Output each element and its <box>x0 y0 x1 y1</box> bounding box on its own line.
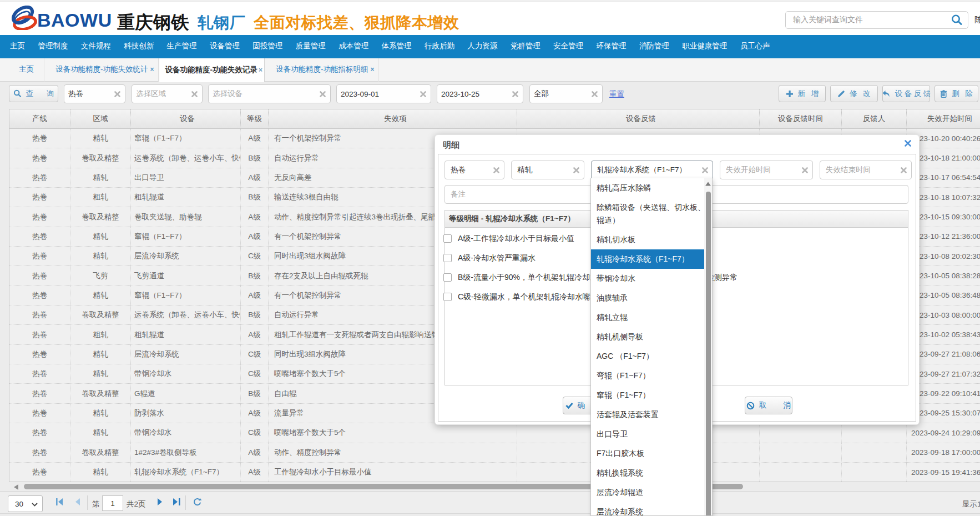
filter-input-4[interactable]: 2023-09-01 <box>336 84 431 103</box>
query-button[interactable]: 查 询 <box>9 85 58 102</box>
dropdown-item-8[interactable]: 精轧机侧导板 <box>591 327 712 347</box>
grade-checkbox-row-1[interactable]: A级-工作辊冷却水小于目标最小值 <box>443 229 574 248</box>
column-header-1[interactable]: 产线 <box>9 109 70 128</box>
tab-close-icon[interactable]: × <box>259 66 262 74</box>
nav-item-1[interactable]: 主页 <box>10 41 25 51</box>
refresh-icon[interactable] <box>193 497 202 507</box>
search-icon[interactable] <box>951 14 963 26</box>
clear-icon[interactable] <box>191 91 198 97</box>
nav-item-2[interactable]: 管理制度 <box>38 41 68 51</box>
dropdown-scrollbar[interactable] <box>704 178 712 515</box>
clear-icon[interactable] <box>802 167 808 173</box>
page-number-input[interactable]: 1 <box>102 495 123 511</box>
modify-button[interactable]: 修 改 <box>830 85 878 102</box>
filter-input-1[interactable]: 热卷 <box>64 84 125 103</box>
table-row-16[interactable]: 热卷精轧带钢冷却水C级喷嘴堵塞个数大于5个2023-09-24 10:29:09 <box>9 423 980 443</box>
tab-close-icon[interactable]: × <box>371 66 375 73</box>
clear-icon[interactable] <box>493 167 499 173</box>
nav-item-4[interactable]: 科技创新 <box>124 41 154 51</box>
grade-checkbox-row-2[interactable]: A级-冷却水管严重漏水 <box>443 248 536 268</box>
dropdown-item-12[interactable]: 活套辊及活套装置 <box>591 405 712 424</box>
column-header-5[interactable]: 失效项 <box>269 109 517 128</box>
nav-item-7[interactable]: 固投管理 <box>252 41 282 51</box>
delete-button[interactable]: 删 除 <box>934 85 978 102</box>
dropdown-item-16[interactable]: 层流冷却辊道 <box>591 483 712 502</box>
dropdown-item-10[interactable]: 弯辊（F1~F7） <box>591 366 712 385</box>
nav-item-15[interactable]: 环保管理 <box>596 41 626 51</box>
filter-input-5[interactable]: 2023-10-25 <box>437 84 523 103</box>
filter-input-3[interactable]: 选择设备 <box>208 84 331 103</box>
clear-icon[interactable] <box>114 91 120 97</box>
dropdown-item-15[interactable]: 精轧换辊系统 <box>591 463 712 483</box>
dropdown-scrollbar-thumb[interactable] <box>706 192 711 516</box>
column-header-8[interactable]: 反馈人 <box>842 109 907 128</box>
nav-item-17[interactable]: 职业健康管理 <box>682 41 727 51</box>
nav-item-18[interactable]: 员工心声 <box>740 41 770 51</box>
checkbox[interactable] <box>443 293 452 301</box>
scroll-left-arrow-icon[interactable] <box>14 484 19 490</box>
dropdown-item-7[interactable]: 精轧立辊 <box>591 308 712 327</box>
file-search-box[interactable]: 输入关键词查询文件 <box>785 11 968 29</box>
clear-icon[interactable] <box>512 91 518 97</box>
dropdown-item-2[interactable]: 除鳞箱设备（夹送辊、切水板、辊道） <box>591 198 712 230</box>
checkbox[interactable] <box>443 273 452 282</box>
horizontal-scrollbar[interactable] <box>9 482 980 491</box>
dropdown-item-9[interactable]: AGC （F1~F7） <box>591 347 712 366</box>
tab-3[interactable]: 设备功能精度-功能失效记录× <box>159 57 265 82</box>
nav-item-10[interactable]: 体系管理 <box>382 41 412 51</box>
dropdown-item-4[interactable]: 轧辊冷却水系统（F1~F7） <box>591 249 712 269</box>
column-header-9[interactable]: 失效开始时间 <box>907 109 980 128</box>
column-header-7[interactable]: 设备反馈时间 <box>760 109 842 128</box>
column-header-6[interactable]: 设备反馈 <box>517 109 760 128</box>
nav-item-5[interactable]: 生产管理 <box>167 41 197 51</box>
dialog-filter-input-3[interactable]: 轧辊冷却水系统（F1~F7） <box>591 161 713 179</box>
filter-input-2[interactable]: 选择区域 <box>132 84 203 103</box>
page-size-select[interactable]: 30 <box>8 495 43 512</box>
dropdown-item-17[interactable]: 层流冷却系统 <box>591 502 712 516</box>
dropdown-item-11[interactable]: 窜辊（F1~F7） <box>591 385 712 405</box>
clear-icon[interactable] <box>320 91 326 97</box>
clear-icon[interactable] <box>592 91 598 97</box>
dropdown-item-14[interactable]: F7出口胶木板 <box>591 444 712 463</box>
nav-item-9[interactable]: 成本管理 <box>339 41 368 51</box>
nav-item-11[interactable]: 行政后勤 <box>425 41 454 51</box>
filter-input-6[interactable]: 全部 <box>529 84 603 103</box>
dialog-filter-input-2[interactable]: 精轧 <box>511 161 584 179</box>
user-name[interactable]: 陈 <box>974 15 980 25</box>
dialog-filter-input-4[interactable]: 失效开始时间 <box>720 161 813 179</box>
nav-item-3[interactable]: 文件规程 <box>81 41 111 51</box>
dropdown-item-6[interactable]: 油膜轴承 <box>591 288 712 308</box>
first-page-icon[interactable] <box>55 498 64 506</box>
next-page-icon[interactable] <box>156 498 163 506</box>
nav-item-8[interactable]: 质量管理 <box>296 41 326 51</box>
table-row-18[interactable]: 热卷精轧轧辊冷却水系统（F1~F7）A级工作辊冷却水小于目标最小值2023-09… <box>9 463 980 482</box>
tab-close-icon[interactable]: × <box>150 66 154 73</box>
close-icon[interactable] <box>905 140 911 147</box>
nav-item-13[interactable]: 党群管理 <box>511 41 540 51</box>
equipment-feedback-button[interactable]: 设备反馈 <box>882 85 930 102</box>
add-button[interactable]: 新 增 <box>779 85 826 102</box>
nav-item-12[interactable]: 人力资源 <box>467 41 497 51</box>
nav-item-6[interactable]: 设备管理 <box>210 41 240 51</box>
checkbox[interactable] <box>443 254 452 262</box>
column-header-4[interactable]: 等级 <box>241 109 269 128</box>
table-row-17[interactable]: 热卷卷取及精整1#2#3#卷取侧导板A级动作、精度控制异常2023-09-18 … <box>9 443 980 463</box>
tab-1[interactable]: 主页 <box>9 57 44 82</box>
nav-item-14[interactable]: 安全管理 <box>553 41 583 51</box>
reset-link[interactable]: 重置 <box>609 89 624 99</box>
tab-4[interactable]: 设备功能精度-功能指标明细× <box>265 57 379 82</box>
nav-item-16[interactable]: 消防管理 <box>639 41 669 51</box>
last-page-icon[interactable] <box>172 498 181 506</box>
clear-icon[interactable] <box>573 167 579 173</box>
tab-2[interactable]: 设备功能精度-功能失效统计× <box>44 57 159 82</box>
prev-page-icon[interactable] <box>74 498 82 506</box>
clear-icon[interactable] <box>420 91 426 97</box>
dropdown-item-13[interactable]: 出口导卫 <box>591 424 712 444</box>
up-arrow-icon[interactable] <box>705 182 711 186</box>
dialog-filter-input-5[interactable]: 失效结束时间 <box>820 161 912 179</box>
dropdown-item-5[interactable]: 带钢冷却水 <box>591 269 712 288</box>
dialog-filter-input-1[interactable]: 热卷 <box>444 161 504 179</box>
clear-icon[interactable] <box>702 167 708 173</box>
column-header-2[interactable]: 区域 <box>70 109 131 128</box>
cancel-button[interactable]: 取 消 <box>745 397 792 414</box>
